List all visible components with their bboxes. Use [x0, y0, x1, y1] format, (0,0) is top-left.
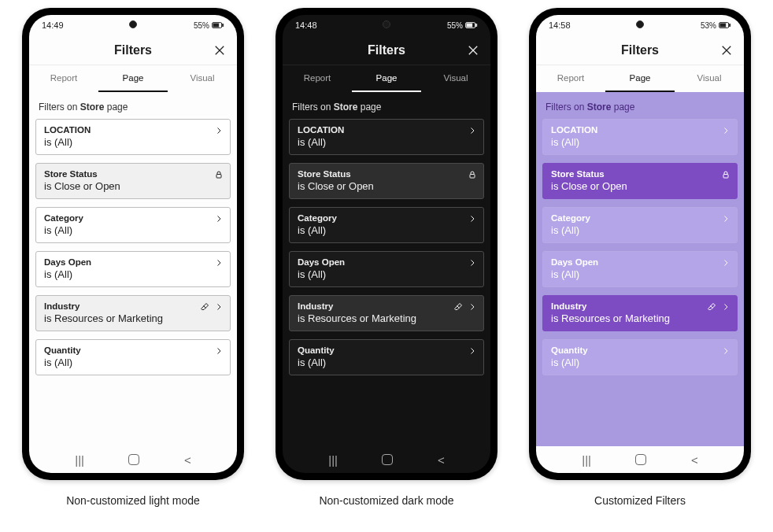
- tab-visual[interactable]: Visual: [675, 65, 744, 92]
- filter-value: is Resources or Marketing: [44, 312, 222, 324]
- filter-card[interactable]: Days Openis (All): [542, 251, 738, 287]
- filters-body: Filters on Store pageLOCATIONis (All)Sto…: [536, 92, 744, 446]
- svg-rect-2: [213, 24, 219, 27]
- section-label: Filters on Store page: [292, 102, 481, 113]
- lock-icon: [468, 170, 477, 179]
- page-title: Filters: [621, 43, 659, 57]
- filter-value: is (All): [551, 224, 729, 236]
- tabs: ReportPageVisual: [536, 65, 744, 92]
- phone-caption: Customized Filters: [594, 494, 686, 507]
- tab-report[interactable]: Report: [283, 65, 352, 92]
- filter-card[interactable]: LOCATIONis (All): [35, 119, 231, 155]
- android-nav-bar: |||<: [29, 446, 237, 473]
- android-nav-bar: |||<: [283, 446, 490, 473]
- filter-name: Quantity: [44, 345, 222, 355]
- battery-icon: [465, 21, 478, 29]
- chevron-right-icon: [214, 258, 224, 268]
- tabs: ReportPageVisual: [283, 65, 490, 92]
- status-time: 14:48: [295, 20, 317, 30]
- filter-value: is (All): [298, 268, 475, 280]
- close-button[interactable]: [210, 41, 229, 60]
- close-icon: [466, 43, 480, 57]
- filter-card: Store Statusis Close or Open: [289, 163, 484, 199]
- back-button[interactable]: <: [438, 453, 445, 467]
- recent-apps-button[interactable]: |||: [582, 453, 591, 467]
- tab-page[interactable]: Page: [352, 65, 421, 92]
- filter-card[interactable]: Categoryis (All): [542, 207, 738, 243]
- filter-card[interactable]: Days Openis (All): [289, 251, 484, 287]
- filters-body: Filters on Store pageLOCATIONis (All)Sto…: [29, 92, 237, 446]
- filter-name: Quantity: [551, 345, 729, 355]
- back-button[interactable]: <: [184, 453, 191, 467]
- filter-value: is (All): [551, 357, 729, 368]
- filter-card[interactable]: Quantityis (All): [289, 339, 484, 375]
- svg-rect-7: [475, 24, 476, 27]
- filter-card[interactable]: LOCATIONis (All): [289, 119, 484, 155]
- lock-icon: [214, 170, 224, 179]
- filter-name: Store Status: [298, 169, 475, 179]
- lock-icon: [721, 170, 730, 179]
- close-icon: [213, 43, 227, 57]
- filter-name: LOCATION: [44, 125, 222, 135]
- recent-apps-button[interactable]: |||: [328, 453, 338, 467]
- filter-name: LOCATION: [298, 125, 475, 135]
- filter-card[interactable]: LOCATIONis (All): [542, 119, 738, 155]
- battery-text: 55%: [194, 21, 209, 30]
- eraser-icon: [707, 302, 716, 312]
- chevron-right-icon: [214, 126, 224, 135]
- filter-card: Store Statusis Close or Open: [35, 163, 231, 199]
- home-button[interactable]: [382, 454, 393, 465]
- battery-text: 53%: [701, 21, 716, 30]
- filter-value: is (All): [44, 357, 222, 368]
- title-bar: Filters: [29, 35, 237, 65]
- phone-mockup: 14:5853%FiltersReportPageVisualFilters o…: [529, 8, 751, 480]
- filter-card: Store Statusis Close or Open: [542, 163, 738, 199]
- filter-value: is Close or Open: [298, 180, 475, 192]
- tab-page[interactable]: Page: [98, 65, 168, 92]
- camera-notch: [129, 20, 137, 28]
- chevron-right-icon: [468, 258, 477, 268]
- filter-value: is (All): [298, 357, 475, 368]
- filter-value: is (All): [44, 136, 222, 148]
- chevron-right-icon: [468, 214, 477, 224]
- close-button[interactable]: [464, 41, 483, 60]
- filter-name: Days Open: [44, 257, 222, 267]
- android-nav-bar: |||<: [536, 446, 744, 473]
- filter-name: Industry: [298, 301, 475, 311]
- tab-page[interactable]: Page: [605, 65, 675, 92]
- tab-visual[interactable]: Visual: [168, 65, 237, 92]
- status-icons: 53%: [701, 21, 731, 30]
- filter-value: is (All): [551, 136, 729, 148]
- back-button[interactable]: <: [691, 453, 698, 467]
- tab-report[interactable]: Report: [536, 65, 605, 92]
- recent-apps-button[interactable]: |||: [75, 453, 84, 467]
- chevron-right-icon: [468, 346, 477, 356]
- chevron-right-icon: [721, 302, 730, 312]
- filter-card[interactable]: Days Openis (All): [35, 251, 231, 287]
- filter-card[interactable]: Quantityis (All): [35, 339, 231, 375]
- tab-visual[interactable]: Visual: [421, 65, 490, 92]
- filter-name: Days Open: [551, 257, 729, 267]
- svg-rect-14: [720, 24, 726, 27]
- filter-card[interactable]: Industryis Resources or Marketing: [542, 295, 738, 331]
- filter-card[interactable]: Categoryis (All): [289, 207, 484, 243]
- status-time: 14:58: [549, 20, 571, 30]
- tabs: ReportPageVisual: [29, 65, 237, 92]
- section-label: Filters on Store page: [39, 102, 227, 113]
- close-icon: [719, 43, 734, 57]
- phone-mockup: 14:4955%FiltersReportPageVisualFilters o…: [22, 8, 244, 480]
- tab-report[interactable]: Report: [29, 65, 98, 92]
- camera-notch: [636, 20, 644, 28]
- filter-value: is (All): [44, 268, 222, 280]
- filter-card[interactable]: Industryis Resources or Marketing: [35, 295, 231, 331]
- filter-card[interactable]: Industryis Resources or Marketing: [289, 295, 484, 331]
- filter-card[interactable]: Quantityis (All): [542, 339, 738, 375]
- home-button[interactable]: [635, 454, 646, 465]
- home-button[interactable]: [128, 454, 139, 465]
- close-button[interactable]: [717, 41, 736, 60]
- battery-icon: [719, 21, 731, 29]
- filter-card[interactable]: Categoryis (All): [35, 207, 231, 243]
- filter-value: is (All): [44, 224, 222, 236]
- phone-caption: Non-customized light mode: [66, 494, 200, 507]
- svg-rect-11: [470, 175, 475, 179]
